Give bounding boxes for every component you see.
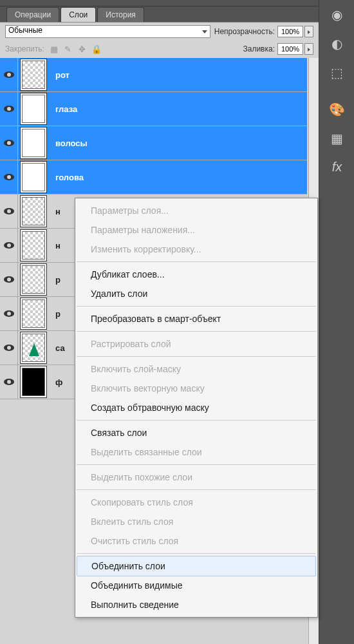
menu-item: Изменить корректировку... [75, 240, 317, 259]
layer-thumbnail[interactable] [18, 263, 49, 296]
layer-row[interactable]: рот [0, 58, 307, 92]
layer-thumbnail[interactable] [18, 160, 49, 194]
blend-opacity-row: Обычные Непрозрачность: [0, 22, 319, 40]
menu-item: Скопировать стиль слоя [75, 493, 317, 512]
menu-item[interactable]: Удалить слои [75, 284, 317, 303]
opacity-label: Непрозрачность: [214, 27, 275, 36]
layer-row[interactable]: глаза [0, 92, 307, 126]
thumbnail-image [22, 61, 45, 89]
menu-separator [77, 261, 316, 262]
dock-paths-icon[interactable]: ⬚ [319, 58, 354, 87]
layer-visibility-toggle[interactable] [0, 297, 18, 330]
tab-operations[interactable]: Операции [6, 7, 59, 22]
layer-visibility-toggle[interactable] [0, 160, 18, 194]
thumbnail-image [22, 334, 45, 362]
thumbnail-image [22, 129, 45, 157]
thumbnail-image [22, 197, 45, 225]
lock-position-icon[interactable]: ✥ [77, 43, 88, 55]
dock-grid-icon[interactable]: ▦ [319, 124, 354, 153]
opacity-flyout[interactable] [304, 26, 313, 37]
menu-separator [77, 464, 316, 465]
menu-item: Растрировать слой [75, 334, 317, 354]
dock-color-icon[interactable]: ◐ [319, 29, 354, 58]
layer-thumbnail[interactable] [18, 297, 49, 330]
menu-separator [77, 420, 316, 421]
layer-thumbnail[interactable] [18, 58, 49, 91]
eye-icon [4, 310, 14, 317]
menu-item: Включить векторную маску [75, 379, 317, 398]
menu-separator [77, 356, 316, 357]
eye-icon [4, 379, 14, 385]
layer-thumbnail[interactable] [18, 365, 49, 399]
lock-transparent-icon[interactable]: ▦ [48, 43, 60, 55]
tab-history[interactable]: История [97, 7, 144, 22]
menu-item[interactable]: Выполнить сведение [75, 595, 317, 614]
menu-item: Очистить стиль слоя [75, 531, 317, 551]
thumbnail-image [22, 163, 45, 191]
layer-visibility-toggle[interactable] [0, 229, 18, 262]
layer-name-label[interactable]: волосы [49, 138, 307, 148]
menu-item: Вклеить стиль слоя [75, 512, 317, 531]
layer-thumbnail[interactable] [18, 92, 49, 126]
menu-item: Параметры слоя... [75, 201, 317, 220]
layer-visibility-toggle[interactable] [0, 126, 18, 160]
eye-icon [4, 208, 14, 214]
layer-visibility-toggle[interactable] [0, 194, 18, 228]
thumbnail-image [22, 95, 45, 123]
menu-separator [77, 489, 316, 490]
eye-icon [4, 174, 14, 180]
layer-row[interactable]: волосы [0, 126, 307, 160]
layer-name-label[interactable]: голова [49, 173, 307, 182]
dock-styles-icon[interactable]: fx [319, 153, 354, 182]
lock-all-icon[interactable]: 🔒 [91, 43, 102, 55]
menu-item: Выделить похожие слои [75, 468, 317, 487]
tab-layers[interactable]: Слои [61, 7, 96, 22]
blend-mode-select[interactable]: Обычные [5, 25, 210, 38]
menu-item[interactable]: Объединить слои [77, 556, 316, 576]
opacity-input[interactable] [277, 26, 303, 37]
thumbnail-image [22, 299, 45, 328]
eye-icon [4, 140, 14, 146]
eye-icon [4, 242, 14, 249]
side-dock: ◉ ◐ ⬚ 🎨 ▦ fx [319, 0, 354, 644]
layer-visibility-toggle[interactable] [0, 331, 18, 365]
menu-item[interactable]: Преобразовать в смарт-объект [75, 309, 317, 328]
layer-thumbnail[interactable] [18, 229, 49, 262]
menu-item[interactable]: Объединить видимые [75, 576, 317, 595]
menu-separator [77, 553, 316, 554]
lock-image-icon[interactable]: ✎ [62, 43, 74, 55]
lock-fill-row: Закрепить: ▦ ✎ ✥ 🔒 Заливка: [0, 40, 319, 58]
layer-name-label[interactable]: рот [49, 70, 307, 80]
layer-visibility-toggle[interactable] [0, 92, 18, 126]
thumbnail-image [22, 368, 45, 396]
dock-navigator-icon[interactable]: ◉ [319, 0, 354, 29]
eye-icon [4, 106, 14, 112]
layer-thumbnail[interactable] [18, 126, 49, 160]
menu-item[interactable]: Связать слои [75, 423, 317, 442]
menu-item[interactable]: Дубликат слоев... [75, 265, 317, 284]
eye-icon [4, 276, 14, 283]
menu-item: Выделить связанные слои [75, 442, 317, 462]
menu-item[interactable]: Создать обтравочную маску [75, 398, 317, 417]
layer-visibility-toggle[interactable] [0, 58, 18, 91]
eye-icon [4, 345, 14, 351]
thumbnail-image [22, 265, 45, 294]
menu-item: Включить слой-маску [75, 359, 317, 379]
layer-visibility-toggle[interactable] [0, 263, 18, 296]
layer-thumbnail[interactable] [18, 194, 49, 228]
layer-visibility-toggle[interactable] [0, 365, 18, 399]
menu-item: Параметры наложения... [75, 220, 317, 240]
dock-swatches-icon[interactable]: 🎨 [319, 95, 354, 124]
layer-name-label[interactable]: глаза [49, 104, 307, 114]
menu-separator [77, 306, 316, 307]
fill-input[interactable] [277, 43, 303, 55]
layer-context-menu: Параметры слоя...Параметры наложения...И… [75, 198, 318, 618]
layer-row[interactable]: голова [0, 160, 307, 194]
top-bar [0, 0, 319, 6]
layer-thumbnail[interactable] [18, 331, 49, 365]
lock-label: Закрепить: [5, 44, 44, 53]
fill-flyout[interactable] [304, 43, 313, 55]
eye-icon [4, 71, 14, 78]
panel-tabs: Операции Слои История [0, 6, 319, 22]
fill-label: Заливка: [243, 44, 275, 53]
